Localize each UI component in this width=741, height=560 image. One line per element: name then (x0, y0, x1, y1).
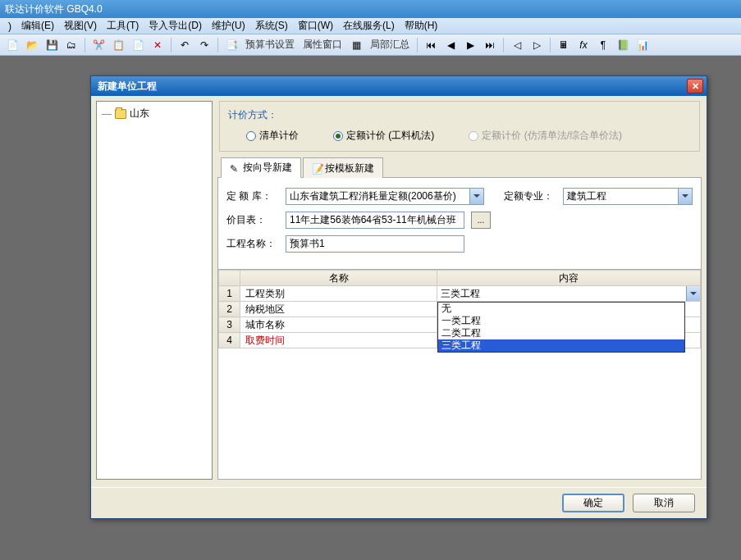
open-icon[interactable]: 📂 (23, 36, 41, 54)
quota-prof-label: 定额专业： (504, 189, 556, 203)
menu-help[interactable]: 帮助(H) (400, 19, 443, 33)
browse-button[interactable]: ... (471, 212, 491, 229)
tree-pane: — 山东 (96, 101, 213, 480)
quota-lib-combo[interactable]: 山东省建筑工程消耗量定额(2006基价) (286, 188, 484, 205)
separator (503, 38, 504, 52)
cancel-button[interactable]: 取消 (633, 494, 695, 512)
chevron-down-icon[interactable] (686, 286, 700, 301)
dropdown-option[interactable]: 一类工程 (438, 315, 684, 327)
menubar: ) 编辑(E) 视图(V) 工具(T) 导入导出(D) 维护(U) 系统(S) … (0, 18, 741, 34)
dropdown-option[interactable]: 二类工程 (438, 327, 684, 339)
delete-icon[interactable]: ✕ (149, 36, 167, 54)
separator (550, 38, 551, 52)
dropdown-option[interactable]: 三类工程 (438, 339, 684, 352)
method-legend: 计价方式： (228, 108, 691, 122)
project-class-cell[interactable]: 三类工程 (437, 286, 701, 302)
proj-name-input[interactable]: 预算书1 (286, 235, 464, 253)
tree-root-label: 山东 (130, 107, 149, 121)
calc-icon[interactable]: 🖩 (555, 36, 573, 54)
close-icon[interactable]: ✕ (687, 79, 703, 93)
form-panel: 定 额 库： 山东省建筑工程消耗量定额(2006基价) 定额专业： 建筑工程 价… (217, 178, 702, 270)
price-list-input[interactable]: 11年土建56装饰64省53-11年机械台班 (286, 212, 464, 229)
menu-online[interactable]: 在线服务(L) (338, 19, 400, 33)
saveas-icon[interactable]: 🗂 (62, 36, 80, 54)
tabrow: ✎ 按向导新建 📝 按模板新建 (217, 157, 702, 178)
stats-icon[interactable]: 📊 (634, 36, 652, 54)
dialog-footer: 确定 取消 (91, 487, 707, 518)
app-titlebar: 联达计价软件 GBQ4.0 (0, 0, 741, 18)
quota-prof-combo[interactable]: 建筑工程 (563, 188, 693, 205)
nav-prev-icon[interactable]: ◁ (508, 36, 526, 54)
menu-import[interactable]: 导入导出(D) (144, 19, 207, 33)
pricing-method-group: 计价方式： 清单计价 定额计价 (工料机法) 定额计价 (仿清单法/综合单 (219, 101, 700, 152)
fx-icon[interactable]: fx (574, 36, 592, 54)
copy-icon[interactable]: 📋 (109, 36, 127, 54)
chevron-down-icon (678, 189, 692, 204)
col-content-header: 内容 (437, 271, 701, 286)
grid-pane: 名称 内容 1 工程类别 三类工程 (217, 270, 702, 480)
new-project-dialog: 新建单位工程 ✕ — 山东 计价方式： 清单计 (90, 75, 707, 519)
separator (417, 38, 418, 52)
save-icon[interactable]: 💾 (43, 36, 61, 54)
wizard-icon: ✎ (230, 163, 240, 173)
radio-list-pricing[interactable]: 清单计价 (246, 129, 299, 143)
separator (171, 38, 172, 52)
book-icon[interactable]: 📗 (614, 36, 632, 54)
col-name-header: 名称 (240, 271, 437, 286)
project-class-dropdown[interactable]: 无 一类工程 二类工程 三类工程 (437, 302, 685, 353)
table-row[interactable]: 1 工程类别 三类工程 (219, 286, 701, 302)
menu-view[interactable]: 视图(V) (59, 19, 102, 33)
right-pane: 计价方式： 清单计价 定额计价 (工料机法) 定额计价 (仿清单法/综合单 (217, 101, 702, 480)
local-summary-label[interactable]: 局部汇总 (367, 38, 413, 52)
undo-icon[interactable]: ↶ (176, 36, 194, 54)
last-icon[interactable]: ⏭ (481, 36, 499, 54)
menu-placeholder[interactable]: ) (3, 20, 16, 32)
menu-edit[interactable]: 编辑(E) (16, 19, 59, 33)
workspace: 新建单位工程 ✕ — 山东 计价方式： 清单计 (0, 56, 741, 559)
radio-icon (469, 131, 478, 141)
doc-icon[interactable]: 📑 (222, 36, 240, 54)
new-icon[interactable]: 📄 (3, 36, 21, 54)
dialog-titlebar[interactable]: 新建单位工程 ✕ (91, 76, 707, 96)
menu-maintain[interactable]: 维护(U) (207, 19, 250, 33)
quota-lib-label: 定 额 库： (226, 189, 279, 203)
radio-icon (246, 131, 256, 141)
radio-quota-pricing[interactable]: 定额计价 (工料机法) (333, 129, 434, 143)
ok-button[interactable]: 确定 (562, 494, 624, 512)
nav-next-icon[interactable]: ▷ (528, 36, 546, 54)
radio-icon (333, 131, 343, 141)
para-icon[interactable]: ¶ (594, 36, 612, 54)
budget-settings-label[interactable]: 预算书设置 (242, 38, 298, 52)
menu-system[interactable]: 系统(S) (250, 19, 293, 33)
tree-root-node[interactable]: — 山东 (100, 105, 208, 122)
prop-window-label[interactable]: 属性窗口 (300, 38, 345, 52)
proj-name-label: 工程名称： (226, 237, 279, 251)
menu-tools[interactable]: 工具(T) (102, 19, 144, 33)
first-icon[interactable]: ⏮ (422, 36, 440, 54)
rownum-header (219, 271, 240, 286)
prev-icon[interactable]: ◀ (441, 36, 460, 54)
next-icon[interactable]: ▶ (461, 36, 479, 54)
toolbar: 📄 📂 💾 🗂 ✂️ 📋 📄 ✕ ↶ ↷ 📑 预算书设置 属性窗口 ▦ 局部汇总… (0, 34, 741, 56)
dialog-title: 新建单位工程 (98, 80, 157, 93)
tab-wizard[interactable]: ✎ 按向导新建 (221, 157, 301, 178)
paste-icon[interactable]: 📄 (129, 36, 147, 54)
folder-icon (115, 109, 126, 119)
separator (217, 38, 218, 52)
separator (85, 38, 85, 52)
tab-template[interactable]: 📝 按模板新建 (303, 157, 383, 178)
template-icon: 📝 (312, 163, 322, 173)
grid-icon[interactable]: ▦ (347, 36, 365, 54)
radio-quota-alt-pricing: 定额计价 (仿清单法/综合单价法) (469, 129, 622, 143)
dropdown-option[interactable]: 无 (438, 303, 684, 315)
cut-icon[interactable]: ✂️ (89, 36, 107, 54)
price-list-label: 价目表： (226, 213, 279, 227)
redo-icon[interactable]: ↷ (195, 36, 213, 54)
chevron-down-icon (469, 189, 483, 204)
app-title: 联达计价软件 GBQ4.0 (5, 3, 103, 15)
menu-window[interactable]: 窗口(W) (293, 19, 338, 33)
